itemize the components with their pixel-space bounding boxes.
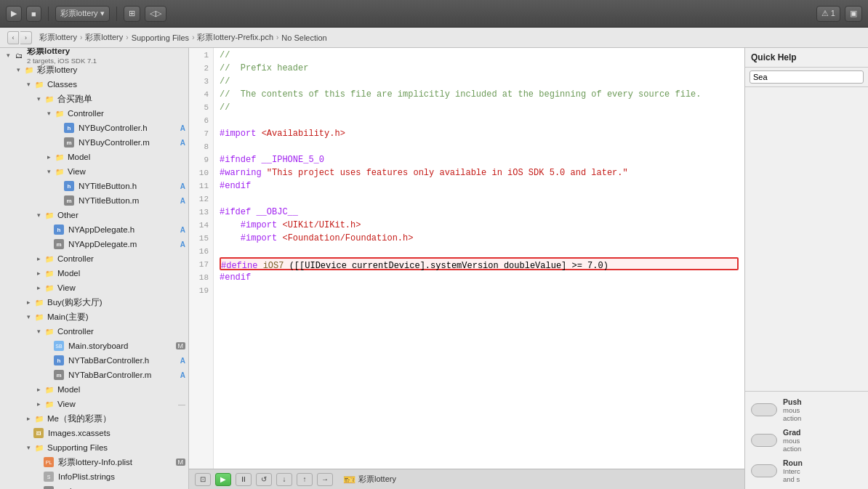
sidebar-item-nytabbarcontroller-h[interactable]: h NYTabBarController.h A <box>0 353 188 368</box>
sidebar-item-info-plist[interactable]: PL 彩票lottery-Info.plist M <box>0 455 188 469</box>
editor-content[interactable]: 1 2 3 4 5 6 7 8 9 10 11 12 13 14 15 16 1… <box>189 48 744 469</box>
folder-icon: 📁 <box>33 296 45 308</box>
panel-toggle[interactable]: ▣ <box>845 6 862 22</box>
line-num: 11 <box>189 179 209 192</box>
sidebar-item-controller1[interactable]: 📁 Controller <box>0 106 188 121</box>
tree-arrow <box>3 50 13 60</box>
breadcrumb-item-3[interactable]: Supporting Files <box>132 33 190 42</box>
sidebar-item-goumai[interactable]: 📁 合买跑单 <box>0 92 188 106</box>
breadcrumb-back[interactable]: ‹ <box>7 31 19 44</box>
line-num: 5 <box>189 100 209 113</box>
code-lines[interactable]: // // Prefix header // // The contents o… <box>214 48 744 469</box>
sidebar-item-images-xcassets[interactable]: 🖼 Images.xcassets <box>0 426 188 440</box>
breadcrumb-item-2[interactable]: 彩票lottery <box>85 32 123 43</box>
toggle-roun[interactable] <box>751 464 777 477</box>
view-toggle-1[interactable]: ⊞ <box>124 6 140 22</box>
code-line-16 <box>220 244 739 257</box>
sidebar-item-other[interactable]: 📁 Other <box>0 208 188 222</box>
tree-arrow <box>44 239 54 249</box>
sidebar-item-me[interactable]: 📁 Me（我的彩票） <box>0 411 188 426</box>
sidebar-item-model2[interactable]: 📁 Model <box>0 266 188 280</box>
code-line-1: // <box>220 48 739 61</box>
breadcrumb-forward[interactable]: › <box>20 31 32 44</box>
sidebar-item-model1[interactable]: 📁 Model <box>0 150 188 164</box>
sidebar-item-controller3[interactable]: 📁 Controller <box>0 324 188 339</box>
tree-arrow <box>33 283 44 293</box>
sidebar-item-main-m[interactable]: m main.m <box>0 484 188 489</box>
badge-m: M <box>176 342 186 349</box>
plist-icon: PL <box>44 457 54 467</box>
sidebar-item-nytitlebutton-m[interactable]: m NYTitleButton.m A <box>0 193 188 208</box>
sidebar-label: Main.storyboard <box>68 342 128 350</box>
qh-label-roun: Roun <box>783 458 862 467</box>
folder-icon: 📁 <box>44 93 55 105</box>
sidebar-item-nyappdelegate-m[interactable]: m NYAppDelegate.m A <box>0 237 188 251</box>
tree-arrow <box>54 123 64 133</box>
breadcrumb-sep-4: › <box>276 33 278 41</box>
sidebar-item-view1[interactable]: 📁 View <box>0 164 188 179</box>
warning-button[interactable]: ⚠ 1 <box>816 6 840 22</box>
line-numbers: 1 2 3 4 5 6 7 8 9 10 11 12 13 14 15 16 1… <box>189 48 214 469</box>
sidebar-item-cailottery[interactable]: 📁 彩票lottery <box>0 62 188 77</box>
sidebar-item-classes[interactable]: 📁 Classes <box>0 77 188 92</box>
line-num: 3 <box>189 74 209 87</box>
scheme-selector[interactable]: 彩票lottery ▾ <box>55 6 110 22</box>
status-forward-btn[interactable]: → <box>317 473 333 486</box>
sidebar-item-controller2[interactable]: 📁 Controller <box>0 251 188 266</box>
badge-a: A <box>180 124 185 132</box>
sidebar-item-model3[interactable]: 📁 Model <box>0 382 188 397</box>
tree-arrow <box>33 472 44 482</box>
strings-icon: S <box>44 472 54 482</box>
stop-button[interactable]: ■ <box>26 6 41 22</box>
sidebar-item-nyappdelegate-h[interactable]: h NYAppDelegate.h A <box>0 222 188 237</box>
line-num: 9 <box>189 153 209 166</box>
breadcrumb-item-1[interactable]: 彩票lottery <box>39 32 77 43</box>
code-line-8 <box>220 140 739 153</box>
folder-icon: 📁 <box>44 253 55 264</box>
sidebar-item-main[interactable]: 📁 Main(主要) <box>0 310 188 324</box>
quick-help-search-input[interactable] <box>750 70 864 84</box>
sidebar-item-nytitlebutton-h[interactable]: h NYTitleButton.h A <box>0 179 188 193</box>
sidebar-item-view2[interactable]: 📁 View <box>0 280 188 295</box>
file-m-icon: m <box>54 239 64 249</box>
sidebar-item-infoplist-strings[interactable]: S InfoPlist.strings <box>0 469 188 484</box>
breadcrumb-item-4[interactable]: 彩票lottery-Prefix.pch <box>197 32 273 43</box>
code-line-6 <box>220 113 739 126</box>
sidebar-item-main-storyboard[interactable]: SB Main.storyboard M <box>0 339 188 353</box>
status-pause-btn[interactable]: ⏸ <box>236 473 252 486</box>
run-button[interactable]: ▶ <box>6 6 22 22</box>
quick-help-search-container <box>745 68 868 87</box>
editor-area: 1 2 3 4 5 6 7 8 9 10 11 12 13 14 15 16 1… <box>189 48 744 489</box>
view-toggle-2[interactable]: ◁▷ <box>145 6 166 22</box>
sidebar-item-buy[interactable]: 📁 Buy(购彩大厅) <box>0 295 188 310</box>
status-refresh-btn[interactable]: ↺ <box>256 473 272 486</box>
tree-arrow <box>44 370 54 380</box>
qh-desc-roun-text: Intercand s <box>783 467 862 483</box>
sidebar-item-view3[interactable]: 📁 View — <box>0 397 188 411</box>
badge-a: A <box>180 139 185 147</box>
status-download-btn[interactable]: ↓ <box>276 473 292 486</box>
line-num: 18 <box>189 270 209 283</box>
sidebar-item-supporting-files[interactable]: 📁 Supporting Files <box>0 440 188 455</box>
line-num: 2 <box>189 61 209 74</box>
folder-icon: 📁 <box>23 64 35 76</box>
project-subtitle: 2 targets, iOS SDK 7.1 <box>27 57 97 65</box>
storyboard-icon: SB <box>54 341 64 351</box>
status-layout-btn[interactable]: ⊡ <box>195 473 211 486</box>
sidebar-item-nybuycontroller-h[interactable]: h NYBuyController.h A <box>0 121 188 135</box>
file-h-icon: h <box>54 355 64 365</box>
toggle-push[interactable] <box>751 403 777 416</box>
sidebar-item-nybuycontroller-m[interactable]: m NYBuyController.m A <box>0 135 188 150</box>
toggle-grad[interactable] <box>751 434 777 447</box>
file-h-icon: h <box>64 181 74 191</box>
status-play-btn[interactable]: ▶ <box>215 473 231 486</box>
line-num: 13 <box>189 205 209 218</box>
folder-icon: 📁 <box>33 311 45 323</box>
sidebar: 🗂 彩票lottery 2 targets, iOS SDK 7.1 📁 彩票l… <box>0 48 189 489</box>
status-app: 🎫 彩票lottery <box>343 474 396 485</box>
status-upload-btn[interactable]: ↑ <box>297 473 313 486</box>
sidebar-item-nytabbarcontroller-m[interactable]: m NYTabBarController.m A <box>0 368 188 382</box>
sidebar-item-root[interactable]: 🗂 彩票lottery 2 targets, iOS SDK 7.1 <box>0 48 188 62</box>
status-app-name: 彩票lottery <box>358 474 396 485</box>
tree-arrow <box>33 210 44 220</box>
